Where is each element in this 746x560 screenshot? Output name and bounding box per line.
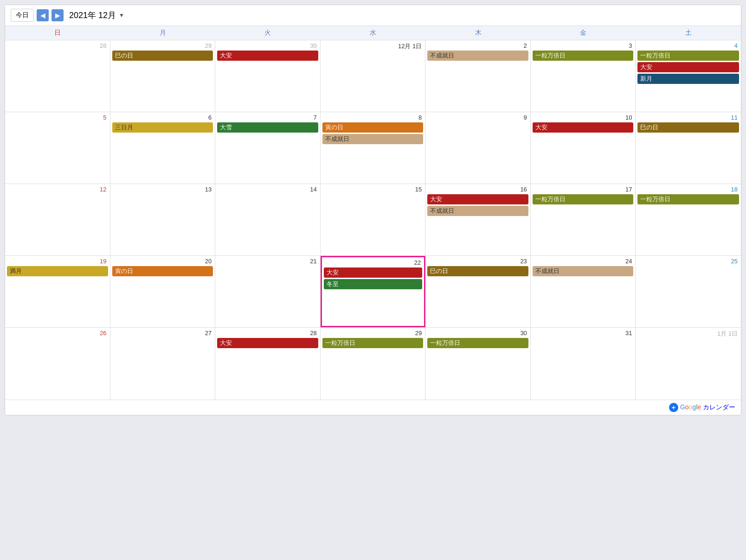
event-tag-w2d4e0[interactable]: 大安 xyxy=(427,194,528,204)
event-tag-w0d4e0[interactable]: 不成就日 xyxy=(427,51,528,61)
day-number: 17 xyxy=(533,186,634,193)
day-cell-w3d3[interactable]: 22大安冬至 xyxy=(321,256,426,327)
day-cell-w4d0[interactable]: 26 xyxy=(5,328,110,400)
event-tag-w2d6e0[interactable]: 一粒万倍日 xyxy=(637,194,739,204)
day-cell-w1d5[interactable]: 10大安 xyxy=(531,112,636,184)
month-dropdown-arrow[interactable]: ▼ xyxy=(119,12,124,19)
week-row-2: 1213141516大安不成就日17一粒万倍日18一粒万倍日 xyxy=(5,184,741,256)
event-tag-w1d3e1[interactable]: 不成就日 xyxy=(322,134,424,144)
day-cell-w2d3[interactable]: 15 xyxy=(321,184,426,255)
event-tag-w1d1e0[interactable]: 三日月 xyxy=(112,122,213,133)
header-mon: 月 xyxy=(110,26,216,40)
day-number: 3 xyxy=(533,42,634,49)
event-tag-w3d0e0[interactable]: 満月 xyxy=(7,266,108,276)
day-cell-w3d0[interactable]: 19満月 xyxy=(5,256,110,327)
event-tag-w3d4e0[interactable]: 巳の日 xyxy=(427,266,528,276)
event-tag-w2d4e1[interactable]: 不成就日 xyxy=(427,206,528,216)
day-number: 10 xyxy=(533,114,634,121)
day-cell-w2d4[interactable]: 16大安不成就日 xyxy=(425,184,531,255)
event-tag-w0d6e1[interactable]: 大安 xyxy=(637,62,739,72)
day-cell-w1d1[interactable]: 6三日月 xyxy=(110,112,216,184)
event-tag-w0d5e0[interactable]: 一粒万倍日 xyxy=(533,51,634,61)
day-cell-w4d5[interactable]: 31 xyxy=(531,328,636,400)
today-button[interactable]: 今日 xyxy=(11,9,34,22)
day-cell-w4d3[interactable]: 29一粒万倍日 xyxy=(321,328,426,400)
day-cell-w3d6[interactable]: 25 xyxy=(636,256,741,327)
day-number: 12 xyxy=(7,186,108,193)
event-tag-w0d6e0[interactable]: 一粒万倍日 xyxy=(637,51,739,61)
day-cell-w0d5[interactable]: 3一粒万倍日 xyxy=(531,40,636,112)
day-cell-w4d2[interactable]: 28大安 xyxy=(215,328,321,400)
google-calendar-link[interactable]: + Google カレンダー xyxy=(669,403,735,412)
google-calendar-label: Google カレンダー xyxy=(680,403,735,412)
day-number: 30 xyxy=(217,42,318,49)
day-cell-w0d0[interactable]: 28 xyxy=(5,40,110,112)
day-cell-w3d2[interactable]: 21 xyxy=(215,256,321,327)
day-number: 7 xyxy=(217,114,318,121)
week-row-3: 19満月20寅の日2122大安冬至23巳の日24不成就日25 xyxy=(5,256,741,328)
next-month-button[interactable]: ▶ xyxy=(51,9,64,21)
day-cell-w2d6[interactable]: 18一粒万倍日 xyxy=(636,184,741,255)
event-tag-w4d4e0[interactable]: 一粒万倍日 xyxy=(427,338,528,348)
day-cell-w0d3[interactable]: 12月 1日 xyxy=(321,40,426,112)
day-number: 21 xyxy=(217,258,318,265)
day-cell-w3d4[interactable]: 23巳の日 xyxy=(425,256,531,327)
event-tag-w1d6e0[interactable]: 巳の日 xyxy=(637,122,739,133)
event-tag-w1d5e0[interactable]: 大安 xyxy=(533,122,634,133)
header-thu: 木 xyxy=(425,26,531,40)
day-cell-w4d1[interactable]: 27 xyxy=(110,328,216,400)
day-number: 18 xyxy=(637,186,739,193)
day-number: 11 xyxy=(637,114,739,121)
weeks-container: 2829巳の日30大安12月 1日2不成就日3一粒万倍日4一粒万倍日大安新月56… xyxy=(5,40,741,400)
day-number: 12月 1日 xyxy=(322,42,424,51)
g-label-e: e xyxy=(697,403,701,411)
event-tag-w3d3e1[interactable]: 冬至 xyxy=(324,279,423,289)
event-tag-w1d2e0[interactable]: 大雪 xyxy=(217,122,318,133)
day-number: 13 xyxy=(112,186,213,193)
header-tue: 火 xyxy=(215,26,321,40)
event-tag-w3d5e0[interactable]: 不成就日 xyxy=(533,266,634,276)
day-cell-w0d1[interactable]: 29巳の日 xyxy=(110,40,216,112)
event-tag-w2d5e0[interactable]: 一粒万倍日 xyxy=(533,194,634,204)
day-number: 27 xyxy=(112,330,213,337)
event-tag-w4d2e0[interactable]: 大安 xyxy=(217,338,318,348)
day-number: 9 xyxy=(427,114,528,121)
event-tag-w0d2e0[interactable]: 大安 xyxy=(217,51,318,61)
day-number: 31 xyxy=(533,330,634,337)
day-cell-w3d1[interactable]: 20寅の日 xyxy=(110,256,216,327)
day-cell-w2d0[interactable]: 12 xyxy=(5,184,110,255)
event-tag-w3d3e0[interactable]: 大安 xyxy=(324,267,423,278)
day-cell-w1d3[interactable]: 8寅の日不成就日 xyxy=(321,112,426,184)
day-cell-w0d2[interactable]: 30大安 xyxy=(215,40,321,112)
day-cell-w1d2[interactable]: 7大雪 xyxy=(215,112,321,184)
day-cell-w1d6[interactable]: 11巳の日 xyxy=(636,112,741,184)
day-number: 15 xyxy=(322,186,424,193)
day-cell-w1d0[interactable]: 5 xyxy=(5,112,110,184)
day-cell-w0d6[interactable]: 4一粒万倍日大安新月 xyxy=(636,40,741,112)
event-tag-w0d1e0[interactable]: 巳の日 xyxy=(112,51,213,61)
day-number: 20 xyxy=(112,258,213,265)
day-cell-w4d4[interactable]: 30一粒万倍日 xyxy=(425,328,531,400)
day-number: 14 xyxy=(217,186,318,193)
event-tag-w4d3e0[interactable]: 一粒万倍日 xyxy=(322,338,424,348)
day-cell-w3d5[interactable]: 24不成就日 xyxy=(531,256,636,327)
header-sun: 日 xyxy=(5,26,110,40)
day-cell-w2d2[interactable]: 14 xyxy=(215,184,321,255)
footer: + Google カレンダー xyxy=(5,400,741,415)
day-number: 25 xyxy=(637,258,739,265)
day-number: 29 xyxy=(322,330,424,337)
day-number: 23 xyxy=(427,258,528,265)
prev-month-button[interactable]: ◀ xyxy=(37,9,49,21)
event-tag-w1d3e0[interactable]: 寅の日 xyxy=(322,122,424,133)
header-sat: 土 xyxy=(636,26,741,40)
day-cell-w2d5[interactable]: 17一粒万倍日 xyxy=(531,184,636,255)
event-tag-w0d6e2[interactable]: 新月 xyxy=(637,74,739,84)
day-cell-w1d4[interactable]: 9 xyxy=(425,112,531,184)
day-number: 26 xyxy=(7,330,108,337)
day-cell-w2d1[interactable]: 13 xyxy=(110,184,216,255)
event-tag-w3d1e0[interactable]: 寅の日 xyxy=(112,266,213,276)
day-cell-w4d6[interactable]: 1月 1日 xyxy=(636,328,741,400)
day-cell-w0d4[interactable]: 2不成就日 xyxy=(425,40,531,112)
calendar-container: 今日 ◀ ▶ 2021年 12月 ▼ 日 月 火 水 木 金 土 2829巳の日… xyxy=(5,5,741,415)
day-number: 30 xyxy=(427,330,528,337)
